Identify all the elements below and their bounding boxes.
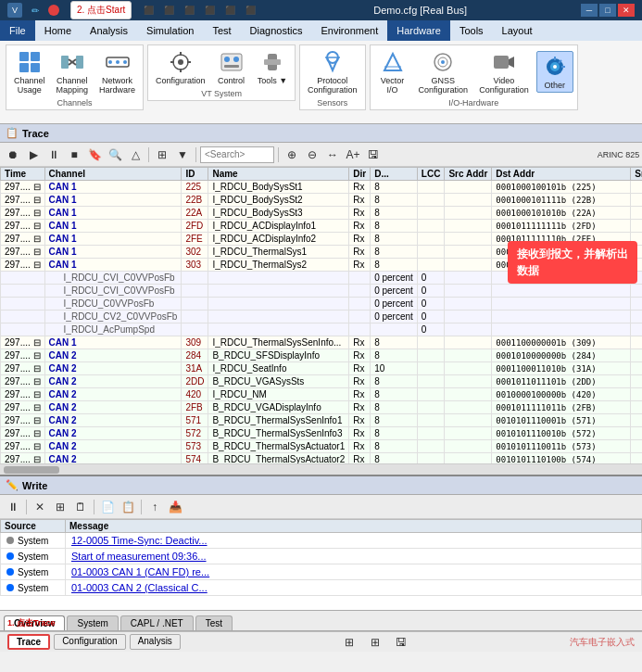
gnss-config-button[interactable]: GNSSConfiguration <box>415 47 472 96</box>
tb-icon-4[interactable]: ⬛ <box>200 1 219 19</box>
write-tb-6[interactable]: ↑ <box>145 498 164 516</box>
status-tb-1[interactable]: ⊞ <box>340 633 359 652</box>
write-panel: ✏️ Write ⏸ ✕ ⊞ 🗒 📄 📋 ↑ 📥 Source Message … <box>0 476 642 611</box>
trace-arinc-label: ARINC 825 DMC <box>620 146 638 164</box>
tb-icon-1[interactable]: ⬛ <box>139 1 157 19</box>
protocol-config-button[interactable]: ProtocolConfiguration <box>304 47 361 96</box>
table-row[interactable]: I_RDCU_CVI_C0VVPosFb0 percent0 <box>1 285 643 298</box>
status-tb-2[interactable]: ⊞ <box>366 633 384 652</box>
menu-item-analysis[interactable]: Analysis <box>81 20 137 41</box>
table-row[interactable]: 297.... ⊟CAN 2573B_RDCU_ThermalSysActuat… <box>1 440 643 453</box>
control-label: Control <box>218 76 245 85</box>
trace-tb-1[interactable]: ⏺ <box>4 146 22 164</box>
channel-usage-button[interactable]: ChannelUsage <box>10 47 49 96</box>
status-tab-configuration[interactable]: Configuration <box>54 634 125 650</box>
vector-io-button[interactable]: VectorI/O <box>374 47 411 96</box>
table-row[interactable]: 297.... ⊟CAN 122BI_RDCU_BodySysSt2Rx8000… <box>1 194 643 207</box>
other-button[interactable]: Other <box>536 51 573 93</box>
col-channel: Channel <box>44 168 182 181</box>
status-tab-trace[interactable]: Trace <box>7 634 50 650</box>
table-row[interactable]: 297.... ⊟CAN 12FDI_RDCU_ACDisplayInfo1Rx… <box>1 220 643 233</box>
table-row[interactable]: 297.... ⊟CAN 1309I_RDCU_ThermalSysSenInf… <box>1 336 643 349</box>
trace-scrollbar-h[interactable] <box>0 463 642 475</box>
trace-tb-2[interactable]: ▶ <box>24 146 43 164</box>
bottom-tab-system[interactable]: System <box>67 615 118 630</box>
write-tb-clear[interactable]: ✕ <box>31 498 49 516</box>
write-tb-2[interactable]: ⊞ <box>51 498 69 516</box>
table-row[interactable]: 297.... ⊟CAN 2572B_RDCU_ThermalSysSenInf… <box>1 427 643 440</box>
table-row[interactable]: 297.... ⊟CAN 2571B_RDCU_ThermalSysSenInf… <box>1 414 643 427</box>
trace-tb-14[interactable]: 🖫 <box>364 146 383 164</box>
trace-tb-3[interactable]: ⏸ <box>44 146 63 164</box>
channel-mapping-button[interactable]: ChannelMapping <box>53 47 93 96</box>
write-tb-pause[interactable]: ⏸ <box>4 498 22 516</box>
write-tb-5[interactable]: 📋 <box>119 498 137 516</box>
table-row[interactable]: 297.... ⊟CAN 2574B_RDCU_ThermalSysActuat… <box>1 453 643 464</box>
status-tb-3[interactable]: 🖫 <box>392 633 410 652</box>
menu-item-tools[interactable]: Tools <box>450 20 493 41</box>
trace-tb-10[interactable]: ⊕ <box>283 146 301 164</box>
trace-tb-9[interactable]: ▼ <box>173 146 192 164</box>
menu-item-test[interactable]: Test <box>203 20 240 41</box>
table-row[interactable]: 297.... ⊟CAN 122AI_RDCU_BodySysSt3Rx8000… <box>1 207 643 220</box>
table-row[interactable]: 297.... ⊟CAN 231AI_RDCU_SeatInfoRx100001… <box>1 362 643 375</box>
write-message-link[interactable]: Start of measurement 09:36... <box>71 551 207 562</box>
table-row[interactable]: 297.... ⊟CAN 22FBB_RDCU_VGADisplayInfoRx… <box>1 401 643 414</box>
table-row[interactable]: 297.... ⊟CAN 2284B_RDCU_SFSDisplayInfoRx… <box>1 349 643 362</box>
table-row[interactable]: I_RDCU_AcPumpSpd0 <box>1 323 643 336</box>
close-button[interactable]: ✕ <box>618 4 635 17</box>
status-tab-analysis[interactable]: Analysis <box>130 634 181 650</box>
protocol-config-label: ProtocolConfiguration <box>308 76 358 95</box>
write-tb-7[interactable]: 📥 <box>166 498 184 516</box>
table-row: System01-0003 CAN 1 (CAN FD) re... <box>1 564 642 580</box>
table-row[interactable]: 297.... ⊟CAN 2420I_RDCU_NMRx800100001000… <box>1 388 643 401</box>
table-row[interactable]: 297.... ⊟CAN 1225I_RDCU_BodySysSt1Rx8000… <box>1 181 643 194</box>
trace-tb-5[interactable]: 🔖 <box>85 146 104 164</box>
bottom-tab-capl--.net[interactable]: CAPL / .NET <box>120 615 194 630</box>
tb-red-icon[interactable] <box>48 5 59 16</box>
trace-sep-2 <box>195 147 196 162</box>
configuration-button[interactable]: Configuration <box>152 47 209 87</box>
write-message-link[interactable]: 01-0003 CAN 1 (CAN FD) re... <box>71 566 209 577</box>
table-row[interactable]: I_RDCU_CV2_C0VVPosFb0 percent0 <box>1 311 643 323</box>
control-button[interactable]: Control <box>213 47 250 87</box>
tb-icon-6[interactable]: ⬛ <box>241 1 259 19</box>
maximize-button[interactable]: □ <box>599 4 616 17</box>
trace-tb-11[interactable]: ⊖ <box>303 146 321 164</box>
trace-tb-6[interactable]: 🔍 <box>106 146 124 164</box>
tools-button[interactable]: Tools ▼ <box>254 47 291 87</box>
bottom-tab-test[interactable]: Test <box>195 615 233 630</box>
trace-search-input[interactable] <box>200 146 274 163</box>
menu-item-environment[interactable]: Environment <box>311 20 387 41</box>
table-row[interactable]: 297.... ⊟CAN 22DDB_RDCU_VGASysStsRx80001… <box>1 375 643 388</box>
menu-item-diagnostics[interactable]: Diagnostics <box>241 20 312 41</box>
menu-item-hardware[interactable]: Hardware <box>387 20 450 41</box>
channel-usage-icon <box>17 49 43 75</box>
menu-item-simulation[interactable]: Simulation <box>137 20 203 41</box>
trace-tb-7[interactable]: △ <box>126 146 145 164</box>
trace-tb-13[interactable]: A+ <box>344 146 362 164</box>
video-config-icon <box>491 49 517 75</box>
trace-tb-4[interactable]: ■ <box>65 146 83 164</box>
tb-icon-5[interactable]: ⬛ <box>220 1 239 19</box>
trace-tb-8[interactable]: ⊞ <box>153 146 171 164</box>
video-config-button[interactable]: VideoConfiguration <box>475 47 533 96</box>
write-tb-3[interactable]: 🗒 <box>71 498 90 516</box>
menu-item-layout[interactable]: Layout <box>493 20 542 41</box>
write-tb-4[interactable]: 📄 <box>98 498 117 516</box>
write-message-link[interactable]: 01-0003 CAN 2 (Classical C... <box>71 582 208 593</box>
trace-tb-12[interactable]: ↔ <box>323 146 342 164</box>
menu-item-file[interactable]: File <box>0 20 35 41</box>
tb-icon-3[interactable]: ⬛ <box>180 1 198 19</box>
network-hardware-button[interactable]: NetworkHardware <box>95 47 139 96</box>
channels-group-title: Channels <box>57 98 93 108</box>
tb-pencil-icon[interactable]: ✏ <box>26 1 44 19</box>
menu-bar: FileHomeAnalysisSimulationTestDiagnostic… <box>0 20 642 41</box>
table-row[interactable]: I_RDCU_C0VVPosFb0 percent0 <box>1 298 643 311</box>
minimize-button[interactable]: ─ <box>581 4 598 17</box>
tb-icon-2[interactable]: ⬛ <box>159 1 178 19</box>
protocol-config-icon <box>320 49 346 75</box>
menu-item-home[interactable]: Home <box>35 20 81 41</box>
write-panel-header: ✏️ Write <box>0 476 642 495</box>
write-message-link[interactable]: 12-0005 Time-Sync: Deactiv... <box>71 535 208 546</box>
